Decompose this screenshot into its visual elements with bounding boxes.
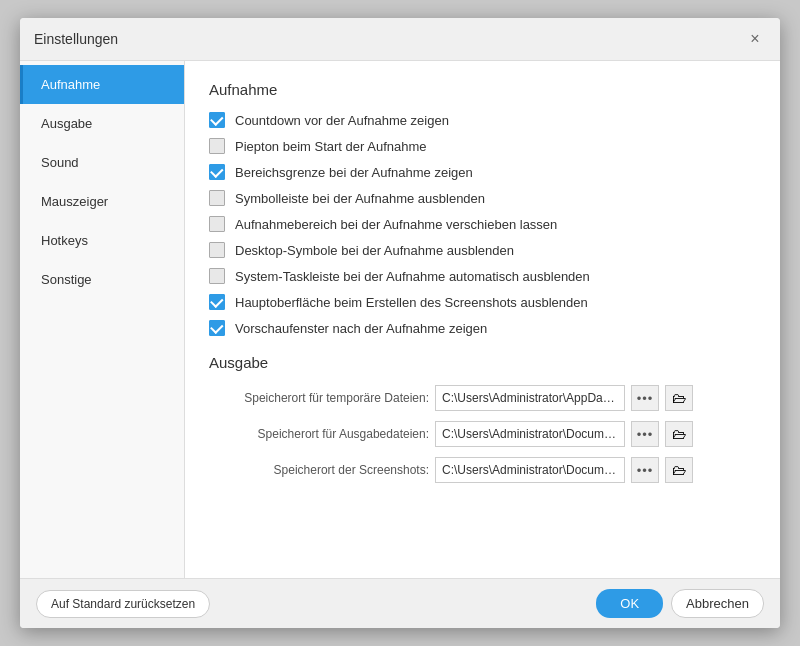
field-3-input[interactable] [435,457,625,483]
checkbox-6-label: Desktop-Symbole bei der Aufnahme ausblen… [235,243,514,258]
checkbox-9[interactable] [209,320,225,336]
checkbox-8[interactable] [209,294,225,310]
checkbox-2[interactable] [209,138,225,154]
sidebar-item-aufnahme[interactable]: Aufnahme [20,65,184,104]
field-1-dots-button[interactable]: ••• [631,385,659,411]
field-row-3: Speicherort der Screenshots: ••• 🗁 [209,457,756,483]
main-content: Aufnahme Countdown vor der Aufnahme zeig… [185,61,780,578]
folder-icon: 🗁 [672,426,686,442]
checkbox-8-label: Hauptoberfläche beim Erstellen des Scree… [235,295,588,310]
checkbox-3[interactable] [209,164,225,180]
checkbox-2-label: Piepton beim Start der Aufnahme [235,139,427,154]
sidebar: Aufnahme Ausgabe Sound Mauszeiger Hotkey… [20,61,185,578]
section-divider: Ausgabe [209,354,756,371]
checkbox-row-9: Vorschaufenster nach der Aufnahme zeigen [209,320,756,336]
checkbox-9-label: Vorschaufenster nach der Aufnahme zeigen [235,321,487,336]
sidebar-item-sonstige[interactable]: Sonstige [20,260,184,299]
footer-right: OK Abbrechen [596,589,764,618]
checkbox-4[interactable] [209,190,225,206]
reset-button[interactable]: Auf Standard zurücksetzen [36,590,210,618]
checkbox-row-5: Aufnahmebereich bei der Aufnahme verschi… [209,216,756,232]
checkbox-row-6: Desktop-Symbole bei der Aufnahme ausblen… [209,242,756,258]
field-3-folder-button[interactable]: 🗁 [665,457,693,483]
folder-icon: 🗁 [672,390,686,406]
field-1-label: Speicherort für temporäre Dateien: [209,391,429,405]
field-2-dots-button[interactable]: ••• [631,421,659,447]
checkbox-row-8: Hauptoberfläche beim Erstellen des Scree… [209,294,756,310]
sidebar-item-hotkeys[interactable]: Hotkeys [20,221,184,260]
checkbox-7-label: System-Taskleiste bei der Aufnahme autom… [235,269,590,284]
title-bar: Einstellungen × [20,18,780,61]
close-button[interactable]: × [744,28,766,50]
sidebar-item-mauszeiger[interactable]: Mauszeiger [20,182,184,221]
checkbox-1[interactable] [209,112,225,128]
checkbox-row-1: Countdown vor der Aufnahme zeigen [209,112,756,128]
field-1-folder-button[interactable]: 🗁 [665,385,693,411]
field-2-input[interactable] [435,421,625,447]
checkbox-7[interactable] [209,268,225,284]
settings-dialog: Einstellungen × Aufnahme Ausgabe Sound M… [20,18,780,628]
dialog-title: Einstellungen [34,31,118,47]
dialog-footer: Auf Standard zurücksetzen OK Abbrechen [20,578,780,628]
checkbox-6[interactable] [209,242,225,258]
field-1-input[interactable] [435,385,625,411]
field-2-folder-button[interactable]: 🗁 [665,421,693,447]
section2-title: Ausgabe [209,354,756,371]
checkbox-row-3: Bereichsgrenze bei der Aufnahme zeigen [209,164,756,180]
section1-title: Aufnahme [209,81,756,98]
checkbox-1-label: Countdown vor der Aufnahme zeigen [235,113,449,128]
field-3-dots-button[interactable]: ••• [631,457,659,483]
cancel-button[interactable]: Abbrechen [671,589,764,618]
checkbox-5-label: Aufnahmebereich bei der Aufnahme verschi… [235,217,557,232]
sidebar-item-ausgabe[interactable]: Ausgabe [20,104,184,143]
sidebar-item-sound[interactable]: Sound [20,143,184,182]
checkbox-3-label: Bereichsgrenze bei der Aufnahme zeigen [235,165,473,180]
folder-icon: 🗁 [672,462,686,478]
checkbox-row-7: System-Taskleiste bei der Aufnahme autom… [209,268,756,284]
dialog-body: Aufnahme Ausgabe Sound Mauszeiger Hotkey… [20,61,780,578]
field-row-2: Speicherort für Ausgabedateien: ••• 🗁 [209,421,756,447]
field-2-label: Speicherort für Ausgabedateien: [209,427,429,441]
field-3-label: Speicherort der Screenshots: [209,463,429,477]
checkbox-5[interactable] [209,216,225,232]
output-section: Speicherort für temporäre Dateien: ••• 🗁… [209,385,756,483]
checkbox-row-4: Symbolleiste bei der Aufnahme ausblenden [209,190,756,206]
checkbox-row-2: Piepton beim Start der Aufnahme [209,138,756,154]
ok-button[interactable]: OK [596,589,663,618]
field-row-1: Speicherort für temporäre Dateien: ••• 🗁 [209,385,756,411]
checkbox-4-label: Symbolleiste bei der Aufnahme ausblenden [235,191,485,206]
